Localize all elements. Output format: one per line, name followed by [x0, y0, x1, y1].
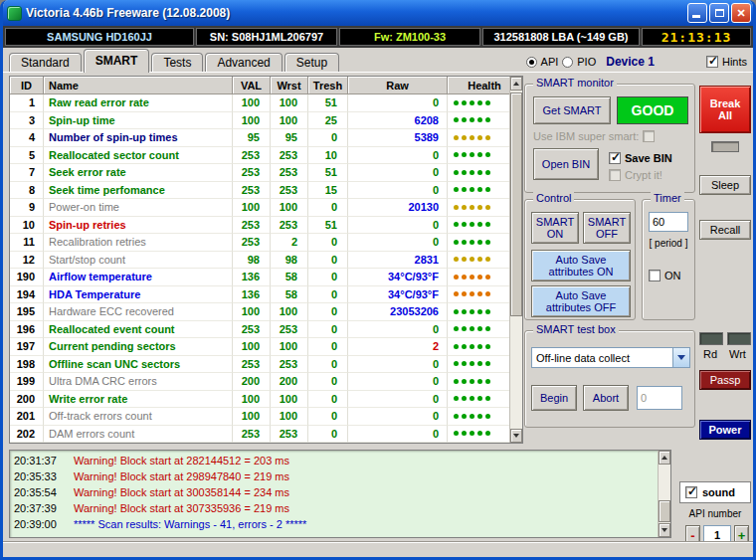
- recall-button[interactable]: Recall: [699, 220, 751, 240]
- table-row[interactable]: 201Off-track errors count10010000: [10, 408, 509, 426]
- table-row[interactable]: 202DAM errors count25325300: [10, 426, 509, 444]
- tab-advanced[interactable]: Advanced: [205, 53, 282, 73]
- health-dot: [470, 222, 474, 227]
- table-row[interactable]: 200Write error rate10010000: [10, 391, 509, 409]
- test-counter-input[interactable]: [637, 386, 682, 410]
- abort-button[interactable]: Abort: [583, 385, 629, 411]
- test-select[interactable]: Off-line data collect: [531, 347, 690, 368]
- timer-on-row: ON: [649, 270, 681, 281]
- table-row[interactable]: 11Recalibration retries253200: [10, 234, 509, 252]
- log-scroll-up-icon[interactable]: [659, 451, 670, 465]
- sound-checkbox[interactable]: [685, 486, 697, 498]
- table-row[interactable]: 3Spin-up time100100256208: [10, 112, 509, 130]
- attr-id: 1: [10, 94, 44, 112]
- smart-off-button[interactable]: SMART OFF: [583, 212, 631, 244]
- health-dot: [462, 291, 467, 296]
- autosave-off-button[interactable]: Auto Save attributes OFF: [531, 285, 631, 317]
- attr-health: [448, 199, 509, 217]
- open-bin-button[interactable]: Open BIN: [533, 148, 599, 180]
- timer-on-checkbox[interactable]: [649, 270, 661, 281]
- crypt-row: Crypt it!: [609, 169, 662, 181]
- attr-wrst: 253: [271, 147, 308, 165]
- attr-name: Reallocated sector count: [44, 147, 233, 165]
- attr-id: 11: [10, 234, 44, 252]
- health-dot: [454, 431, 459, 436]
- smart-on-button[interactable]: SMART ON: [531, 212, 579, 244]
- table-row[interactable]: 194HDA Temperature13658034°C/93°F: [10, 286, 509, 304]
- attr-name: Off-track errors count: [44, 408, 233, 426]
- health-dot: [462, 240, 467, 245]
- tab-tests[interactable]: Tests: [151, 53, 203, 73]
- health-dot: [454, 396, 459, 401]
- attr-raw: 0: [348, 391, 448, 409]
- api-radio[interactable]: [526, 57, 537, 68]
- health-dot: [485, 152, 490, 157]
- power-button[interactable]: Power: [699, 420, 751, 440]
- table-row[interactable]: 7Seek error rate253253510: [10, 164, 509, 182]
- table-row[interactable]: 199Ultra DMA CRC errors20020000: [10, 373, 509, 391]
- table-row[interactable]: 8Seek time perfomance253253150: [10, 182, 509, 200]
- header-name: Name: [44, 77, 233, 94]
- scroll-down-icon[interactable]: [510, 429, 522, 443]
- timer-period-input[interactable]: [649, 212, 688, 232]
- attr-id: 199: [10, 373, 44, 391]
- attr-id: 190: [10, 269, 44, 286]
- table-row[interactable]: 1Raw read error rate100100510: [10, 94, 509, 112]
- table-row[interactable]: 5Reallocated sector count253253100: [10, 147, 509, 165]
- health-dot: [477, 100, 482, 105]
- save-bin-checkbox[interactable]: [609, 152, 621, 164]
- health-dot: [477, 170, 482, 175]
- break-all-button[interactable]: Break All: [699, 86, 751, 133]
- health-dot: [470, 135, 474, 140]
- pio-radio[interactable]: [562, 57, 573, 68]
- table-scrollbar[interactable]: [509, 77, 522, 443]
- health-dot: [477, 431, 482, 436]
- attr-health: [448, 303, 509, 321]
- minimize-icon[interactable]: [687, 3, 707, 23]
- health-dot: [477, 117, 482, 122]
- begin-button[interactable]: Begin: [531, 385, 577, 411]
- hints-checkbox[interactable]: [706, 56, 718, 68]
- attr-name: Spin-up retries: [44, 217, 233, 235]
- log-scrollbar[interactable]: [658, 451, 670, 537]
- smart-test-box-label: SMART test box: [533, 323, 619, 335]
- health-dot: [462, 117, 467, 122]
- table-row[interactable]: 196Reallocated event count25325300: [10, 321, 509, 339]
- table-row[interactable]: 10Spin-up retries253253510: [10, 217, 509, 235]
- tab-standard[interactable]: Standard: [9, 53, 82, 73]
- sleep-button[interactable]: Sleep: [699, 175, 751, 195]
- passp-button[interactable]: Passp: [699, 370, 751, 390]
- attr-tresh: 0: [308, 234, 348, 252]
- health-dot: [470, 152, 474, 157]
- health-dot: [454, 309, 459, 314]
- log-scroll-down-icon[interactable]: [659, 523, 670, 537]
- table-row[interactable]: 197Current pending sectors10010002: [10, 338, 509, 356]
- smart-attribute-table: ID Name VAL Wrst Tresh Raw Health 1Raw r…: [9, 76, 523, 444]
- table-row[interactable]: 198Offline scan UNC sectors25325300: [10, 356, 509, 374]
- attr-health: [448, 373, 509, 391]
- scroll-up-icon[interactable]: [510, 77, 522, 91]
- tab-smart[interactable]: SMART: [84, 49, 150, 73]
- maximize-icon[interactable]: [709, 3, 729, 23]
- table-row[interactable]: 4Number of spin-up times959505389: [10, 129, 509, 147]
- table-row[interactable]: 9Power-on time100100020130: [10, 199, 509, 217]
- table-row[interactable]: 190Airflow temperature13658034°C/93°F: [10, 269, 509, 286]
- close-icon[interactable]: [731, 3, 751, 23]
- log-scroll-thumb[interactable]: [659, 500, 670, 522]
- tab-setup[interactable]: Setup: [284, 53, 339, 73]
- attr-val: 253: [233, 164, 271, 182]
- health-dot: [462, 135, 467, 140]
- test-select-value: Off-line data collect: [532, 352, 672, 364]
- table-row[interactable]: 12Start/stop count989802831: [10, 252, 509, 270]
- table-scroll-thumb[interactable]: [510, 93, 522, 316]
- autosave-on-button[interactable]: Auto Save attributes ON: [531, 250, 631, 281]
- health-dot: [454, 257, 459, 262]
- get-smart-button[interactable]: Get SMART: [533, 96, 611, 124]
- attr-wrst: 100: [271, 338, 308, 356]
- chevron-down-icon[interactable]: [672, 348, 689, 367]
- health-dot: [470, 291, 474, 296]
- attr-id: 194: [10, 286, 44, 304]
- attr-health: [448, 182, 509, 200]
- table-row[interactable]: 195Hardware ECC recovered100100023053206: [10, 303, 509, 321]
- attr-val: 100: [233, 303, 271, 321]
